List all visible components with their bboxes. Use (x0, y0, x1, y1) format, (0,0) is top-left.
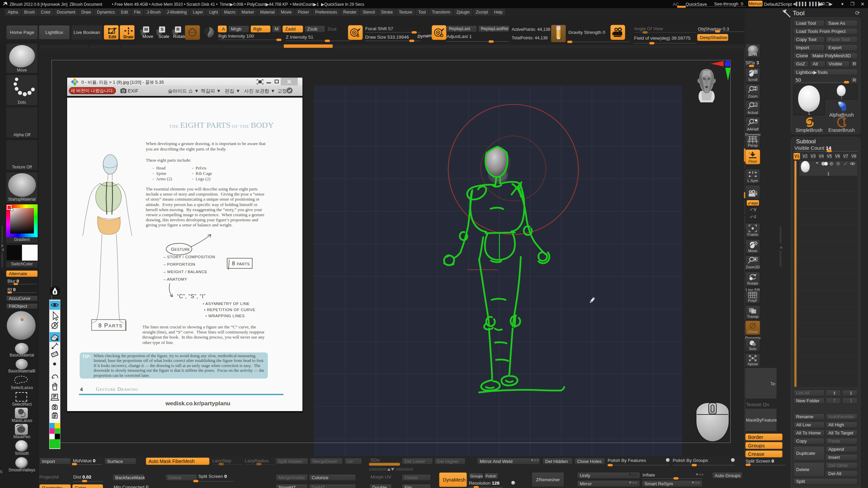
svg-text:x y z: x y z (749, 151, 754, 154)
svg-text:• ASYMMETRY OF LINE: • ASYMMETRY OF LINE (203, 302, 250, 306)
svg-text:– STORY / COMPOSITION: – STORY / COMPOSITION (163, 255, 215, 259)
svg-text:D: D (440, 33, 443, 38)
svg-text:• REPETITION OF CURVE: • REPETITION OF CURVE (204, 308, 255, 312)
svg-text:– ANATOMY: – ANATOMY (163, 277, 187, 281)
svg-text:“C”, “S”, “I”: “C”, “S”, “I” (177, 293, 205, 299)
svg-text:x1: x1 (754, 104, 757, 107)
svg-text:• WRAPPING LINES: • WRAPPING LINES (205, 314, 245, 318)
svg-text:8 PARTS: 8 PARTS (98, 322, 123, 329)
svg-text:8 PARTS: 8 PARTS (232, 261, 250, 266)
svg-text:GESTURE: GESTURE (171, 247, 190, 252)
svg-text:S: S (356, 33, 359, 38)
svg-text:– WEIGHT / BALANCE: – WEIGHT / BALANCE (163, 270, 207, 274)
svg-text:– PORPORTION: – PORPORTION (163, 262, 195, 266)
